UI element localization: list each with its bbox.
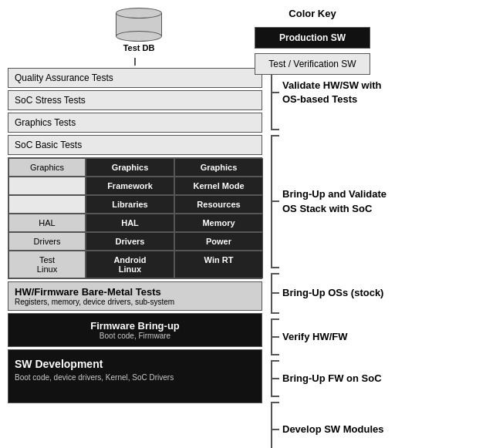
bracket-svg-6 [268,401,282,448]
grid-r2c1 [8,177,86,195]
test-db-label: Test DB [123,43,155,52]
color-key-panel: Color Key Production SW Test / Verificat… [255,8,370,75]
color-key-production: Production SW [255,27,370,49]
grid-r3c1 [8,195,86,214]
graphics-tests-row: Graphics Tests [8,113,262,133]
os-grid: Graphics Graphics Graphics Framework Ker… [8,157,262,279]
grid-r5c1: Drivers [8,232,86,251]
grid-r3c2: Libraries [86,195,174,214]
grid-r1c1: Graphics [8,158,86,177]
grid-r4c1: HAL [8,214,86,232]
grid-r6c1: TestLinux [8,251,86,278]
grid-r6c3: Win RT [174,251,263,278]
color-key-title: Color Key [289,8,336,19]
bracket-group-6: Develop SW Modules [268,401,386,448]
sw-dev-title: SW Development [15,358,255,370]
bracket-label-1: Validate HW/SW withOS-based Tests [282,79,382,106]
bracket-label-3: Bring-Up OSs (stock) [282,286,383,300]
bracket-label-4: Verify HW/FW [282,330,348,344]
bracket-group-2: Bring-Up and ValidateOS Stack with SoC [268,134,386,269]
bracket-svg-5 [268,359,282,398]
grid-r1c3: Graphics [174,158,263,177]
bracket-svg-2 [268,134,282,269]
left-column: Test DB Quality Assurance Tests SoC Stre… [8,8,262,448]
grid-r2c3: Kernel Mode [174,177,263,195]
cylinder-top [116,8,162,19]
hw-firmware-title: HW/Firmware Bare-Metal Tests [15,286,255,298]
test-db: Test DB [15,8,262,52]
firmware-sub: Boot code, Firmware [15,332,255,340]
hw-firmware-sub: Registers, memory, device drivers, sub-s… [15,298,255,306]
bracket-group-3: Bring-Up OSs (stock) [268,272,386,315]
grid-r1c2: Graphics [86,158,174,177]
hw-firmware-box: HW/Firmware Bare-Metal Tests Registers, … [8,281,262,311]
sw-dev-sub: Boot code, device drivers, Kernel, SoC D… [15,373,255,382]
color-key-test: Test / Verification SW [255,53,370,75]
bracket-label-5: Bring-Up FW on SoC [282,372,382,386]
connector-line [134,58,136,66]
quality-assurance-row: Quality Assurance Tests [8,68,262,88]
cylinder-bottom [116,31,162,42]
bracket-label-2: Bring-Up and ValidateOS Stack with SoC [282,187,386,215]
sw-dev-box: SW Development Boot code, device drivers… [8,349,262,403]
firmware-box: Firmware Bring-up Boot code, Firmware [8,313,262,347]
grid-r3c3: Resources [174,195,263,214]
grid-r6c2: AndroidLinux [86,251,174,278]
grid-r2c2: Framework [86,177,174,195]
soc-basic-row: SoC Basic Tests [8,135,262,155]
grid-r5c3: Power [174,232,263,251]
grid-r4c2: HAL [86,214,174,232]
firmware-title: Firmware Bring-up [15,320,255,332]
bracket-svg-4 [268,318,282,356]
bracket-group-5: Bring-Up FW on SoC [268,359,386,398]
grid-r5c2: Drivers [86,232,174,251]
bracket-label-6: Develop SW Modules [282,423,383,436]
bracket-group-4: Verify HW/FW [268,318,386,356]
grid-r4c3: Memory [174,214,263,232]
bracket-svg-3 [268,272,282,315]
soc-stress-row: SoC Stress Tests [8,90,262,110]
